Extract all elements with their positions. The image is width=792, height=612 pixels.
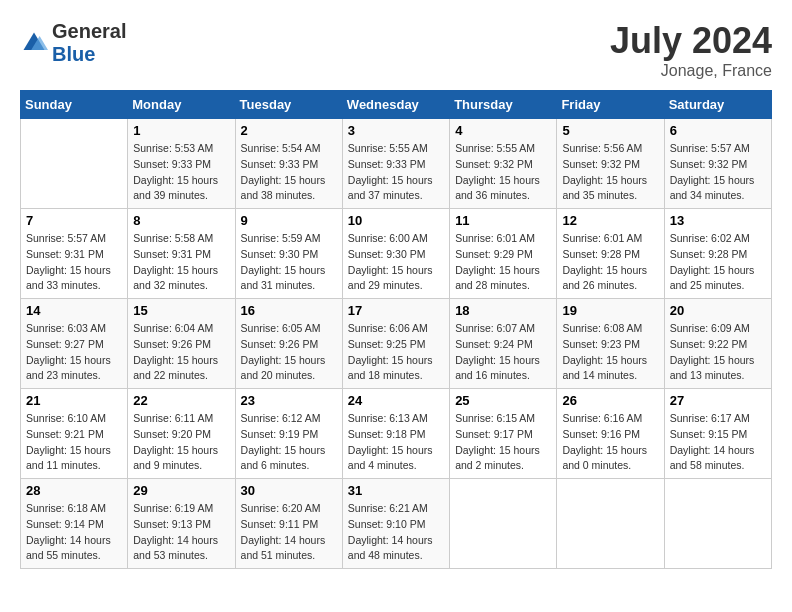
day-number: 29 xyxy=(133,483,229,498)
header-day-saturday: Saturday xyxy=(664,91,771,119)
day-info: Sunrise: 6:00 AMSunset: 9:30 PMDaylight:… xyxy=(348,231,444,294)
calendar-cell xyxy=(557,479,664,569)
day-number: 18 xyxy=(455,303,551,318)
calendar-week-1: 1 Sunrise: 5:53 AMSunset: 9:33 PMDayligh… xyxy=(21,119,772,209)
day-info: Sunrise: 6:16 AMSunset: 9:16 PMDaylight:… xyxy=(562,411,658,474)
calendar-cell xyxy=(450,479,557,569)
day-number: 25 xyxy=(455,393,551,408)
calendar-cell: 15 Sunrise: 6:04 AMSunset: 9:26 PMDaylig… xyxy=(128,299,235,389)
logo: General Blue xyxy=(20,20,126,66)
header-day-tuesday: Tuesday xyxy=(235,91,342,119)
day-info: Sunrise: 5:57 AMSunset: 9:32 PMDaylight:… xyxy=(670,141,766,204)
day-info: Sunrise: 6:04 AMSunset: 9:26 PMDaylight:… xyxy=(133,321,229,384)
calendar-cell: 12 Sunrise: 6:01 AMSunset: 9:28 PMDaylig… xyxy=(557,209,664,299)
day-number: 11 xyxy=(455,213,551,228)
calendar-cell: 13 Sunrise: 6:02 AMSunset: 9:28 PMDaylig… xyxy=(664,209,771,299)
header-day-sunday: Sunday xyxy=(21,91,128,119)
calendar-cell: 2 Sunrise: 5:54 AMSunset: 9:33 PMDayligh… xyxy=(235,119,342,209)
day-info: Sunrise: 5:55 AMSunset: 9:33 PMDaylight:… xyxy=(348,141,444,204)
day-number: 17 xyxy=(348,303,444,318)
calendar-cell: 31 Sunrise: 6:21 AMSunset: 9:10 PMDaylig… xyxy=(342,479,449,569)
day-number: 12 xyxy=(562,213,658,228)
calendar-cell: 29 Sunrise: 6:19 AMSunset: 9:13 PMDaylig… xyxy=(128,479,235,569)
day-info: Sunrise: 6:07 AMSunset: 9:24 PMDaylight:… xyxy=(455,321,551,384)
calendar-cell: 28 Sunrise: 6:18 AMSunset: 9:14 PMDaylig… xyxy=(21,479,128,569)
header-day-thursday: Thursday xyxy=(450,91,557,119)
day-number: 21 xyxy=(26,393,122,408)
day-info: Sunrise: 5:53 AMSunset: 9:33 PMDaylight:… xyxy=(133,141,229,204)
day-number: 9 xyxy=(241,213,337,228)
calendar-cell: 26 Sunrise: 6:16 AMSunset: 9:16 PMDaylig… xyxy=(557,389,664,479)
day-info: Sunrise: 5:58 AMSunset: 9:31 PMDaylight:… xyxy=(133,231,229,294)
day-number: 6 xyxy=(670,123,766,138)
day-info: Sunrise: 6:11 AMSunset: 9:20 PMDaylight:… xyxy=(133,411,229,474)
day-info: Sunrise: 6:15 AMSunset: 9:17 PMDaylight:… xyxy=(455,411,551,474)
calendar-week-3: 14 Sunrise: 6:03 AMSunset: 9:27 PMDaylig… xyxy=(21,299,772,389)
day-number: 14 xyxy=(26,303,122,318)
calendar-cell: 11 Sunrise: 6:01 AMSunset: 9:29 PMDaylig… xyxy=(450,209,557,299)
title-block: July 2024 Jonage, France xyxy=(610,20,772,80)
day-info: Sunrise: 6:01 AMSunset: 9:29 PMDaylight:… xyxy=(455,231,551,294)
day-number: 4 xyxy=(455,123,551,138)
day-number: 5 xyxy=(562,123,658,138)
calendar-week-4: 21 Sunrise: 6:10 AMSunset: 9:21 PMDaylig… xyxy=(21,389,772,479)
header-day-monday: Monday xyxy=(128,91,235,119)
day-number: 30 xyxy=(241,483,337,498)
day-info: Sunrise: 6:19 AMSunset: 9:13 PMDaylight:… xyxy=(133,501,229,564)
location: Jonage, France xyxy=(610,62,772,80)
calendar-cell: 22 Sunrise: 6:11 AMSunset: 9:20 PMDaylig… xyxy=(128,389,235,479)
calendar-cell: 21 Sunrise: 6:10 AMSunset: 9:21 PMDaylig… xyxy=(21,389,128,479)
logo-icon xyxy=(20,29,48,57)
calendar-cell: 27 Sunrise: 6:17 AMSunset: 9:15 PMDaylig… xyxy=(664,389,771,479)
calendar-cell: 14 Sunrise: 6:03 AMSunset: 9:27 PMDaylig… xyxy=(21,299,128,389)
day-info: Sunrise: 6:05 AMSunset: 9:26 PMDaylight:… xyxy=(241,321,337,384)
page-header: General Blue July 2024 Jonage, France xyxy=(20,20,772,80)
calendar-cell xyxy=(664,479,771,569)
calendar-cell: 4 Sunrise: 5:55 AMSunset: 9:32 PMDayligh… xyxy=(450,119,557,209)
day-number: 8 xyxy=(133,213,229,228)
calendar-cell: 1 Sunrise: 5:53 AMSunset: 9:33 PMDayligh… xyxy=(128,119,235,209)
day-number: 28 xyxy=(26,483,122,498)
day-number: 31 xyxy=(348,483,444,498)
day-info: Sunrise: 6:20 AMSunset: 9:11 PMDaylight:… xyxy=(241,501,337,564)
day-number: 1 xyxy=(133,123,229,138)
day-number: 24 xyxy=(348,393,444,408)
calendar-cell: 19 Sunrise: 6:08 AMSunset: 9:23 PMDaylig… xyxy=(557,299,664,389)
header-day-wednesday: Wednesday xyxy=(342,91,449,119)
day-info: Sunrise: 6:17 AMSunset: 9:15 PMDaylight:… xyxy=(670,411,766,474)
day-number: 26 xyxy=(562,393,658,408)
day-number: 16 xyxy=(241,303,337,318)
day-number: 3 xyxy=(348,123,444,138)
day-number: 7 xyxy=(26,213,122,228)
day-info: Sunrise: 6:12 AMSunset: 9:19 PMDaylight:… xyxy=(241,411,337,474)
day-number: 19 xyxy=(562,303,658,318)
day-info: Sunrise: 6:08 AMSunset: 9:23 PMDaylight:… xyxy=(562,321,658,384)
day-info: Sunrise: 5:57 AMSunset: 9:31 PMDaylight:… xyxy=(26,231,122,294)
calendar-table: SundayMondayTuesdayWednesdayThursdayFrid… xyxy=(20,90,772,569)
day-number: 13 xyxy=(670,213,766,228)
day-info: Sunrise: 5:54 AMSunset: 9:33 PMDaylight:… xyxy=(241,141,337,204)
day-info: Sunrise: 6:13 AMSunset: 9:18 PMDaylight:… xyxy=(348,411,444,474)
calendar-cell: 18 Sunrise: 6:07 AMSunset: 9:24 PMDaylig… xyxy=(450,299,557,389)
day-info: Sunrise: 6:02 AMSunset: 9:28 PMDaylight:… xyxy=(670,231,766,294)
month-year: July 2024 xyxy=(610,20,772,62)
day-info: Sunrise: 6:10 AMSunset: 9:21 PMDaylight:… xyxy=(26,411,122,474)
calendar-cell: 5 Sunrise: 5:56 AMSunset: 9:32 PMDayligh… xyxy=(557,119,664,209)
header-day-friday: Friday xyxy=(557,91,664,119)
calendar-cell: 30 Sunrise: 6:20 AMSunset: 9:11 PMDaylig… xyxy=(235,479,342,569)
day-number: 27 xyxy=(670,393,766,408)
day-number: 15 xyxy=(133,303,229,318)
day-info: Sunrise: 6:03 AMSunset: 9:27 PMDaylight:… xyxy=(26,321,122,384)
day-info: Sunrise: 5:55 AMSunset: 9:32 PMDaylight:… xyxy=(455,141,551,204)
day-info: Sunrise: 5:56 AMSunset: 9:32 PMDaylight:… xyxy=(562,141,658,204)
calendar-cell: 17 Sunrise: 6:06 AMSunset: 9:25 PMDaylig… xyxy=(342,299,449,389)
calendar-cell: 24 Sunrise: 6:13 AMSunset: 9:18 PMDaylig… xyxy=(342,389,449,479)
day-info: Sunrise: 6:06 AMSunset: 9:25 PMDaylight:… xyxy=(348,321,444,384)
day-info: Sunrise: 6:18 AMSunset: 9:14 PMDaylight:… xyxy=(26,501,122,564)
calendar-week-5: 28 Sunrise: 6:18 AMSunset: 9:14 PMDaylig… xyxy=(21,479,772,569)
day-number: 23 xyxy=(241,393,337,408)
calendar-cell xyxy=(21,119,128,209)
calendar-cell: 23 Sunrise: 6:12 AMSunset: 9:19 PMDaylig… xyxy=(235,389,342,479)
day-info: Sunrise: 6:01 AMSunset: 9:28 PMDaylight:… xyxy=(562,231,658,294)
calendar-cell: 3 Sunrise: 5:55 AMSunset: 9:33 PMDayligh… xyxy=(342,119,449,209)
